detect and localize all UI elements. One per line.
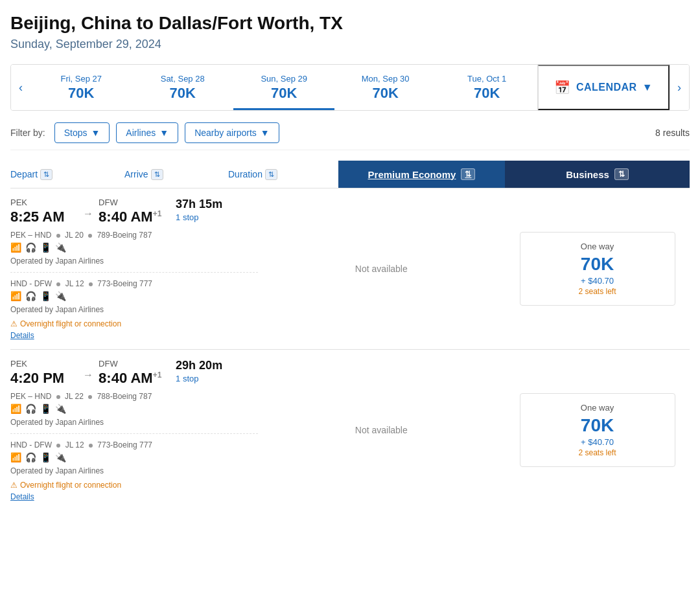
date-item-points: 70K [36,85,126,102]
flight-business-cell[interactable]: One way 70K + $40.70 2 seats left [505,198,690,340]
amenity-icon: 🔌 [55,291,66,301]
amenity-icon: 📱 [40,452,51,462]
table-row: PEK 4:20 PM → DFW 8:40 AM+1 29h 20m 1 st… [10,349,690,510]
flight-info: PEK 4:20 PM → DFW 8:40 AM+1 29h 20m 1 st… [10,359,258,501]
price-card[interactable]: One way 70K + $40.70 2 seats left [520,393,675,467]
date-items: Fri, Sep 27 70K Sat, Sep 28 70K Sun, Sep… [30,65,537,110]
flight-duration: 37h 15m 1 stop [176,198,257,222]
stops-filter-label: Stops [64,128,88,138]
arrive-plus: +1 [153,209,162,218]
price-way: One way [533,242,662,251]
premium-sort-icon: ⇅ [461,168,475,180]
date-item-fri-sep27[interactable]: Fri, Sep 27 70K [30,65,132,110]
airlines-filter-label: Airlines [126,128,156,138]
nearby-airports-filter-button[interactable]: Nearby airports ▼ [185,122,279,143]
col-depart: Depart ⇅ [10,161,101,188]
premium-not-available: Not available [355,264,408,274]
depart-label: Depart [10,169,38,179]
segment-flight: JL 12 [65,279,84,288]
segment-route: PEK – HND [10,231,51,240]
amenity-icon: 📶 [10,291,21,301]
amenity-icon: 🎧 [25,242,36,253]
flights-container: PEK 8:25 AM → DFW 8:40 AM+1 37h 15m 1 st… [10,188,690,510]
col-duration: Duration ⇅ [228,161,338,188]
arrow-icon: → [78,204,99,223]
column-headers: Depart ⇅ Arrive ⇅ Duration ⇅ Premium Eco… [10,161,690,188]
calendar-label: CALENDAR [576,82,637,93]
price-cash: + $40.70 [533,437,662,447]
duration-label: Duration [228,169,262,179]
duration-sort-button[interactable]: ⇅ [265,169,277,180]
depart-sort-button[interactable]: ⇅ [40,169,52,180]
depart-time: 4:20 PM [10,370,78,387]
date-item-points: 70K [239,85,329,102]
date-prev-button[interactable]: ‹ [11,65,30,110]
flight-duration: 29h 20m 1 stop [176,359,257,383]
amenity-icon: 🎧 [25,452,36,462]
date-item-tue-oct1[interactable]: Tue, Oct 1 70K [436,65,537,110]
segment-aircraft: 789-Boeing 787 [97,231,152,240]
arrive-sort-button[interactable]: ⇅ [151,169,163,180]
operator-label: Operated by Japan Airlines [10,256,258,266]
price-points: 70K [533,254,662,275]
amenities-row: 📶🎧📱🔌 [10,452,258,462]
amenity-icon: 📱 [40,291,51,301]
warning-icon: ⚠ [10,319,18,328]
amenities-row: 📶🎧📱🔌 [10,291,258,301]
details-link[interactable]: Details [10,331,34,340]
operator-label: Operated by Japan Airlines [10,418,258,427]
amenity-icon: 📶 [10,242,21,253]
depart-airport-code: PEK [10,198,78,207]
calendar-button[interactable]: 📅 CALENDAR ▼ [538,65,670,110]
segment-flight: JL 12 [65,440,84,449]
dot-divider [56,282,60,286]
flight-arrive: DFW 8:40 AM+1 [99,359,176,387]
date-item-label: Tue, Oct 1 [441,74,532,84]
amenity-icon: 🎧 [25,291,36,301]
flight-business-cell[interactable]: One way 70K + $40.70 2 seats left [505,359,690,501]
results-count: 8 results [655,128,690,138]
price-way: One way [533,403,662,413]
depart-airport-code: PEK [10,359,78,369]
flight-segment-info: HND - DFW JL 12 773-Boeing 777 [10,279,258,288]
date-item-points: 70K [137,85,228,102]
details-link[interactable]: Details [10,492,34,501]
segment-aircraft: 773-Boeing 777 [97,440,152,449]
price-seats: 2 seats left [533,287,662,296]
date-item-label: Mon, Sep 30 [340,74,430,84]
price-seats: 2 seats left [533,448,662,457]
price-card[interactable]: One way 70K + $40.70 2 seats left [520,232,675,306]
date-item-sat-sep28[interactable]: Sat, Sep 28 70K [132,65,233,110]
overnight-warning: ⚠ Overnight flight or connection [10,481,258,490]
amenity-icon: 📱 [40,242,51,253]
amenity-icon: 📶 [10,404,21,414]
date-item-sun-sep29[interactable]: Sun, Sep 29 70K [233,65,334,110]
page-title: Beijing, China to Dallas/Fort Worth, TX [10,13,690,34]
dot-divider [56,395,60,399]
depart-time: 8:25 AM [10,209,78,225]
stops-chevron-icon: ▼ [91,128,100,138]
filter-bar: Filter by: Stops ▼ Airlines ▼ Nearby air… [10,122,690,150]
dot-divider [56,444,60,448]
amenity-icon: 🔌 [55,242,66,253]
date-item-label: Sat, Sep 28 [137,74,228,84]
filter-label: Filter by: [10,128,45,138]
date-item-mon-sep30[interactable]: Mon, Sep 30 70K [334,65,436,110]
segment-route: HND - DFW [10,279,52,288]
segment-divider [10,272,258,273]
table-row: PEK 8:25 AM → DFW 8:40 AM+1 37h 15m 1 st… [10,188,690,349]
warning-text: Overnight flight or connection [20,319,121,328]
business-label: Business [566,169,609,180]
amenity-icon: 📱 [40,404,51,414]
flight-depart: PEK 8:25 AM [10,198,78,225]
segment-aircraft: 788-Boeing 787 [97,392,152,401]
segment-route: PEK – HND [10,392,51,401]
flight-main: PEK 4:20 PM → DFW 8:40 AM+1 29h 20m 1 st… [10,359,258,387]
date-item-label: Sun, Sep 29 [239,74,329,84]
arrive-time: 8:40 AM+1 [99,370,176,387]
arrive-time: 8:40 AM+1 [99,209,176,225]
airlines-filter-button[interactable]: Airlines ▼ [116,122,178,143]
date-next-button[interactable]: › [670,65,689,110]
stops-filter-button[interactable]: Stops ▼ [54,122,110,143]
dot-divider [89,444,93,448]
